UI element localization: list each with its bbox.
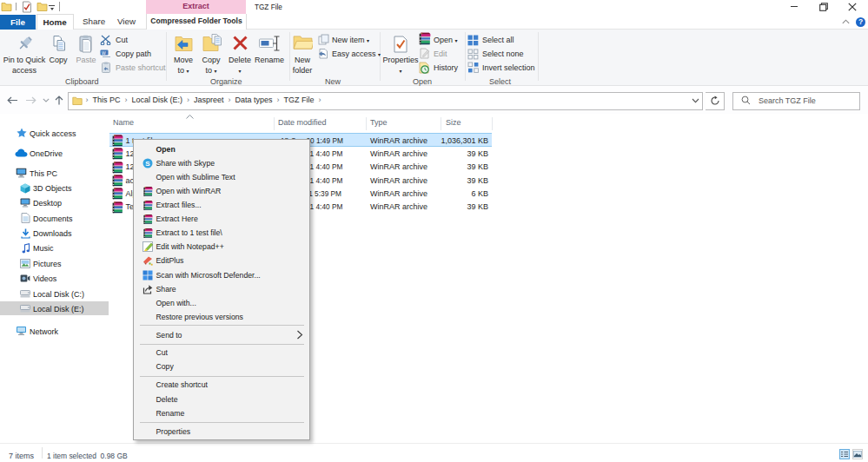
svg-text:W: W: [102, 50, 106, 56]
svg-text:S: S: [145, 159, 150, 167]
